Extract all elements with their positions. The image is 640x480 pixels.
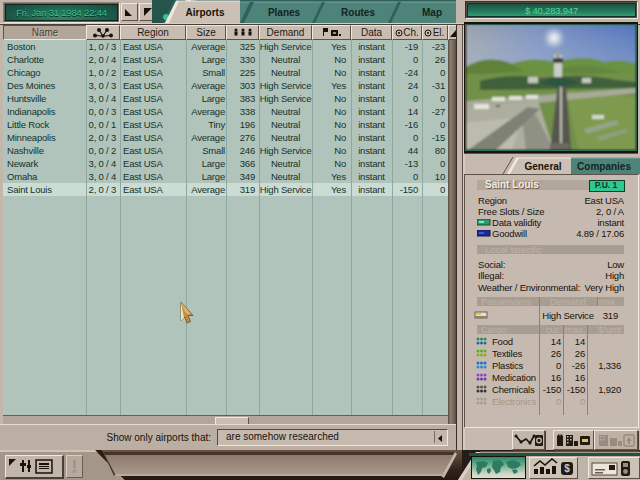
svg-text:$: $ — [564, 463, 570, 474]
svg-text:Airports: Airports — [186, 7, 225, 18]
svg-text:Map: Map — [422, 7, 442, 18]
svg-text:Companies: Companies — [577, 161, 631, 172]
svg-text:Planes: Planes — [268, 7, 301, 18]
svg-text:General: General — [524, 161, 561, 172]
svg-text:Routes: Routes — [341, 7, 375, 18]
